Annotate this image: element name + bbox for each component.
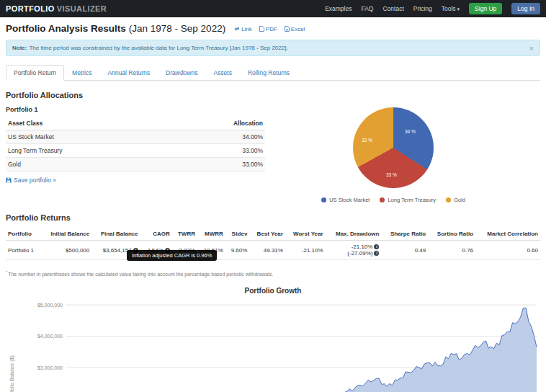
col-stdev: Stdev — [225, 228, 250, 241]
brand-part2: VISUALIZER — [57, 4, 107, 13]
col-best-year: Best Year — [249, 228, 285, 241]
tab-annual-returns[interactable]: Annual Returns — [99, 65, 158, 81]
legend-dot — [446, 197, 451, 202]
legend-item: Gold — [446, 197, 465, 203]
col-market-correlation: Market Correlation — [475, 228, 540, 241]
link-icon — [234, 26, 240, 32]
asset-allocation: 34.00% — [170, 130, 265, 144]
cell-portfolio: Portfolio 1 — [6, 241, 41, 260]
pie-chart: 34 % 33 % 33 % — [353, 107, 434, 188]
cell-best-year: 49.31% — [249, 241, 285, 260]
returns-table: Portfolio Initial Balance Final Balance … — [6, 228, 540, 260]
cell-sortino: 0.76 — [428, 241, 475, 260]
col-final-balance: Final Balance — [91, 228, 140, 241]
asset-name: US Stock Market — [6, 130, 170, 144]
col-allocation: Allocation — [170, 117, 265, 130]
svg-text:$4,000,000: $4,000,000 — [37, 334, 63, 339]
note-text: The time period was constrained by the a… — [29, 45, 287, 51]
asset-name: Gold — [6, 158, 170, 172]
legend-dot — [380, 197, 385, 202]
tab-portfolio-return[interactable]: Portfolio Return — [6, 65, 64, 81]
nav-pricing[interactable]: Pricing — [413, 5, 432, 12]
portfolio-name-label: Portfolio 1 — [6, 106, 265, 113]
tab-assets[interactable]: Assets — [205, 65, 240, 81]
chart-title: Portfolio Growth — [6, 287, 540, 295]
legend-item: US Stock Market — [321, 197, 370, 203]
pie-legend: US Stock Market Long Term Treasury Gold — [321, 197, 465, 203]
excel-export[interactable]: Excel — [285, 26, 305, 32]
cell-initial-balance: $500,000 — [41, 241, 91, 260]
table-row: US Stock Market 34.00% — [6, 130, 265, 144]
returns-heading: Portfolio Returns — [6, 213, 540, 222]
pdf-export[interactable]: PDF — [259, 26, 277, 32]
tab-rolling-returns[interactable]: Rolling Returns — [240, 65, 297, 81]
page-header: Portfolio Analysis Results (Jan 1978 - S… — [6, 23, 540, 34]
page-subtitle: (Jan 1978 - Sep 2022) — [129, 23, 225, 34]
info-icon[interactable]: i — [374, 251, 379, 256]
col-sortino: Sortino Ratio — [428, 228, 475, 241]
signup-button[interactable]: Sign Up — [469, 3, 502, 14]
allocation-pie-block: 34 % 33 % 33 % US Stock Market Long Term… — [292, 106, 494, 203]
legend-item: Long Term Treasury — [380, 197, 436, 203]
col-max-drawdown: Max. Drawdown — [326, 228, 382, 241]
pie-slice-label: 34 % — [405, 129, 416, 134]
page-title: Portfolio Analysis Results — [6, 23, 126, 34]
table-row: Gold 33.00% — [6, 158, 265, 172]
asset-allocation: 33.00% — [170, 158, 265, 172]
col-sharpe: Sharpe Ratio — [381, 228, 428, 241]
pie-slice-label: 33 % — [386, 172, 397, 177]
col-worst-year: Worst Year — [285, 228, 326, 241]
cell-market-correlation: 0.60 — [475, 241, 540, 260]
cell-max-drawdown: -21.10%i (-27.09%)i — [326, 241, 382, 260]
navbar-menu: Examples FAQ Contact Pricing Tools▾ Sign… — [325, 3, 540, 14]
col-portfolio: Portfolio — [6, 228, 41, 241]
save-portfolio-link[interactable]: Save portfolio » — [6, 177, 56, 184]
save-icon — [6, 177, 12, 183]
table-row: Portfolio 1 $500,000 $3,654,157i 4.54%i … — [6, 241, 540, 260]
tab-drawdowns[interactable]: Drawdowns — [158, 65, 205, 81]
col-asset-class: Asset Class — [6, 117, 170, 130]
nav-tools-dropdown[interactable]: Tools▾ — [442, 5, 460, 12]
cell-sharpe: 0.49 — [381, 241, 428, 260]
link-export[interactable]: Link — [234, 26, 252, 32]
results-tabs: Portfolio Return Metrics Annual Returns … — [6, 65, 540, 81]
svg-text:Portfolio Balance ($): Portfolio Balance ($) — [9, 356, 15, 392]
excel-file-icon — [285, 26, 290, 32]
svg-text:$5,000,000: $5,000,000 — [37, 303, 63, 308]
nav-contact[interactable]: Contact — [382, 5, 403, 12]
col-twrr: TWRR — [172, 228, 197, 241]
brand-part1: PORTFOLIO — [6, 4, 55, 13]
col-initial-balance: Initial Balance — [41, 228, 91, 241]
asset-name: Long Term Treasury — [6, 144, 170, 158]
note-alert: Note: The time period was constrained by… — [6, 40, 540, 56]
pdf-file-icon — [259, 26, 264, 32]
nav-faq[interactable]: FAQ — [361, 5, 373, 12]
allocations-heading: Portfolio Allocations — [6, 91, 540, 99]
top-navbar: PORTFOLIOVISUALIZER Examples FAQ Contact… — [0, 0, 546, 17]
table-row: Long Term Treasury 33.00% — [6, 144, 265, 158]
col-mwrr: MWRR — [197, 228, 225, 241]
login-button[interactable]: Log In — [511, 3, 540, 14]
allocations-table: Asset Class Allocation US Stock Market 3… — [6, 117, 265, 172]
col-cagr: CAGR — [140, 228, 172, 241]
nav-examples[interactable]: Examples — [325, 5, 352, 12]
note-prefix: Note: — [12, 45, 27, 51]
allocations-body: Portfolio 1 Asset Class Allocation US St… — [6, 106, 540, 203]
pie-slice-label: 33 % — [362, 138, 372, 143]
svg-text:$3,000,000: $3,000,000 — [37, 365, 63, 370]
portfolio-growth-chart: $5,000,000$4,000,000$3,000,000$2,000,000… — [6, 298, 540, 392]
portfolio-growth-section: Portfolio Growth $5,000,000$4,000,000$3,… — [6, 287, 540, 392]
cell-stdev: 9.60% — [225, 241, 250, 260]
brand-logo[interactable]: PORTFOLIOVISUALIZER — [6, 4, 107, 13]
cagr-tooltip: Inflation adjusted CAGR is 0.96% — [127, 250, 217, 261]
tab-metrics[interactable]: Metrics — [64, 65, 99, 81]
asset-allocation: 33.00% — [170, 144, 265, 158]
legend-dot — [321, 197, 326, 202]
close-icon[interactable]: × — [529, 45, 534, 51]
returns-footnote: *The number in parentheses shows the cal… — [6, 270, 540, 277]
cell-worst-year: -21.10% — [285, 241, 326, 260]
chevron-down-icon: ▾ — [457, 6, 460, 12]
info-icon[interactable]: i — [374, 244, 379, 249]
